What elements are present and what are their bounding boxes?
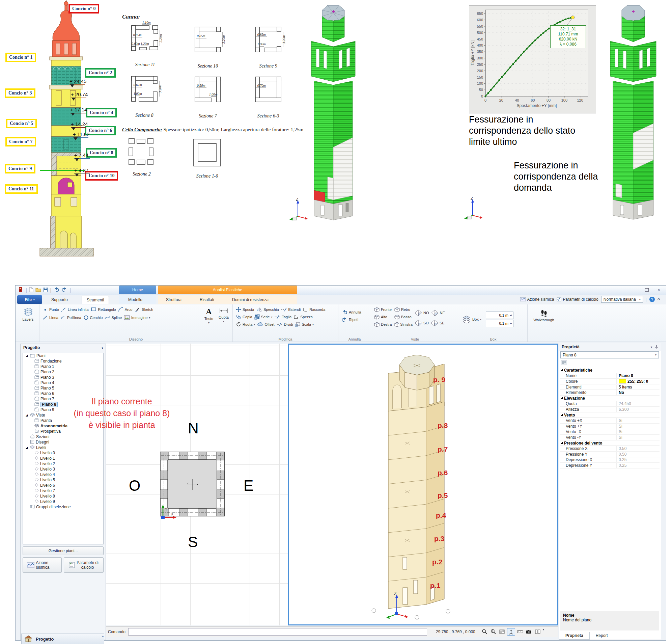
property-row-vento-y[interactable]: Vento +YSi [560, 424, 660, 429]
ribbon-button-arco[interactable]: Arco [117, 306, 134, 313]
ribbon-button-estendi[interactable]: Estendi [280, 306, 302, 313]
ribbon-button-rettangolo[interactable]: Rettangolo [90, 306, 117, 313]
ribbon-button-spline[interactable]: Spline [104, 314, 123, 321]
ribbon-button-immagine[interactable]: Immagine▾ [123, 314, 151, 321]
axis-icon[interactable] [507, 628, 515, 635]
ribbon-button-ripeti[interactable]: Ripeti [340, 316, 369, 323]
property-row-depressione-x[interactable]: Depressione X0.25 [560, 457, 660, 463]
ribbon-button-dividi[interactable]: Dividi [276, 321, 294, 328]
tab-struttura[interactable]: Struttura [161, 296, 186, 303]
ribbon-button-box[interactable]: Box▾ [461, 313, 482, 326]
property-group-caratteristiche[interactable]: Caratteristiche [560, 367, 660, 373]
tree-item-livello-8[interactable]: Livello 8 [23, 493, 103, 499]
help-icon[interactable]: ? [649, 297, 655, 302]
ribbon-button-cerchio[interactable]: Cerchio [82, 314, 104, 321]
property-group-pressione-del-vento[interactable]: Pressione del vento [560, 441, 660, 446]
tree-item-livello-2[interactable]: Livello 2 [23, 461, 103, 467]
ribbon-button-se[interactable]: SE [430, 318, 446, 328]
close-button[interactable]: × [655, 287, 663, 292]
property-row-pressione-y[interactable]: Pressione Y0.50 [560, 452, 660, 457]
tree-item-piano-5[interactable]: Piano 5 [23, 385, 103, 391]
ribbon-button-spezza[interactable]: Spezza [292, 313, 314, 321]
property-row-vento-x[interactable]: Vento -XSi [560, 429, 660, 435]
tree-item-livello-0[interactable]: Livello 0 [23, 450, 103, 456]
tree-item-livello-4[interactable]: Livello 4 [23, 472, 103, 477]
ribbon-button-destra[interactable]: Destra [373, 321, 393, 328]
tree-item-disegni[interactable]: Disegni [23, 440, 103, 445]
ribbon-button-quota[interactable]: Quota▾ [216, 306, 231, 324]
save-icon[interactable] [43, 287, 48, 293]
ribbon-button-sinistra[interactable]: Sinistra [393, 321, 413, 328]
tree-item-piano-4[interactable]: Piano 4 [23, 380, 103, 385]
property-row-nome[interactable]: NomePiano 8 [560, 373, 660, 379]
tab-domini-di-resistenza[interactable]: Domini di resistenza [227, 296, 273, 303]
ribbon-button-fronte[interactable]: Fronte [373, 306, 393, 313]
ribbon-button-taglia[interactable]: Taglia [273, 313, 292, 321]
box-size-spinner-1[interactable]: 0.1 m [486, 320, 514, 327]
ribbon-button-alto[interactable]: Alto [373, 313, 393, 321]
gestione-piani-button[interactable]: Gestione piani... [23, 547, 104, 555]
property-row-vento-x[interactable]: Vento +XSi [560, 418, 660, 424]
property-group-elevazione[interactable]: Elevazione [560, 396, 660, 401]
tree-item-livello-3[interactable]: Livello 3 [23, 467, 103, 472]
properties-object-selector[interactable]: Piano 8▾ [560, 351, 659, 359]
ribbon-button-raccorda[interactable]: Raccorda [302, 306, 326, 313]
ribbon-button-basso[interactable]: Basso [393, 313, 413, 321]
tree-item-livello-5[interactable]: Livello 5 [23, 477, 103, 483]
tree-item-piano-3[interactable]: Piano 3 [23, 375, 103, 380]
property-row-colore[interactable]: Colore255; 255; 0 [560, 379, 660, 384]
minimize-button[interactable]: – [630, 287, 639, 292]
azione-sismica-button[interactable]: Azione sismica [23, 557, 62, 573]
ribbon-button-polilinea[interactable]: Polilinea [59, 314, 82, 321]
nav-overflow-icon[interactable]: » [101, 634, 104, 638]
zoom-icon[interactable] [481, 628, 488, 635]
redo-icon[interactable] [61, 287, 68, 294]
ribbon-button-ruota[interactable]: Ruota▾ [235, 321, 256, 328]
tree-item-sezioni[interactable]: Sezioni [23, 434, 103, 440]
ribbon-button-linea[interactable]: Linea [41, 314, 59, 321]
tab-strumenti[interactable]: Strumenti [82, 296, 109, 304]
normativa-dropdown[interactable]: Normativa italiana▾ [601, 296, 643, 303]
zoom-window-icon[interactable] [490, 628, 497, 635]
split-view-icon[interactable] [534, 628, 541, 635]
tree-item-piani[interactable]: ◢Piani [23, 353, 103, 359]
tab-report[interactable]: Report [590, 632, 614, 640]
form-icon[interactable] [498, 628, 506, 635]
ribbon-button-walkthrough[interactable]: Walkthrough [530, 306, 558, 322]
tree-item-livello-6[interactable]: Livello 6 [23, 483, 103, 488]
restore-button[interactable] [642, 287, 651, 292]
tree-item-livello-9[interactable]: Livello 9 [23, 499, 103, 504]
tab-supporto[interactable]: Supporto [47, 296, 73, 303]
property-row-depressione-y[interactable]: Depressione Y0.25 [560, 463, 660, 468]
tree-item-livelli[interactable]: ◢Livelli [23, 445, 103, 450]
ribbon-button-offset[interactable]: Offset [256, 321, 275, 328]
property-row-altezza[interactable]: Altezza6.300 [560, 407, 660, 412]
property-view-icon[interactable] [561, 360, 567, 365]
property-row-elementi[interactable]: Elementi5 Items [560, 384, 660, 390]
ribbon-button-copia[interactable]: Copia [235, 313, 253, 321]
ribbon-button-layers[interactable]: Layers [19, 306, 37, 321]
file-menu-button[interactable]: File▾ [17, 295, 42, 304]
tree-item-fondazione[interactable]: Fondazione [23, 359, 103, 364]
collapse-panel-icon[interactable]: ‹ [101, 345, 103, 350]
ribbon-button-testo[interactable]: ATesto▾ [201, 306, 216, 324]
camera-icon[interactable] [525, 628, 533, 635]
property-row-riferimento[interactable]: RiferimentoNo [560, 390, 660, 396]
panel-menu-icon[interactable]: ▾ [651, 346, 652, 349]
property-row-vento-y[interactable]: Vento -YSi [560, 435, 660, 441]
collapse-ribbon-icon[interactable]: ^ [658, 297, 660, 302]
ribbon-button-sketch[interactable]: Sketch [133, 306, 154, 313]
ribbon-button-so[interactable]: SO [413, 318, 430, 328]
ribbon-button-retro[interactable]: Retro [393, 306, 413, 313]
tab-risultati[interactable]: Risultati [195, 296, 219, 303]
new-file-icon[interactable] [29, 287, 33, 294]
ribbon-button-no[interactable]: NO [413, 308, 430, 318]
tree-item-piano-1[interactable]: Piano 1 [23, 364, 103, 369]
tree-item-piano-2[interactable]: Piano 2 [23, 369, 103, 375]
ribbon-button-serie[interactable]: Serie▾ [253, 313, 274, 321]
open-file-icon[interactable] [35, 287, 41, 293]
property-row-pressione-x[interactable]: Pressione X0.50 [560, 446, 660, 452]
parametri-di-calcolo-quick[interactable]: Parametri di calcolo [556, 297, 598, 302]
ribbon-button-ne[interactable]: NE [430, 308, 446, 318]
ribbon-button-punto[interactable]: Punto [41, 306, 60, 313]
